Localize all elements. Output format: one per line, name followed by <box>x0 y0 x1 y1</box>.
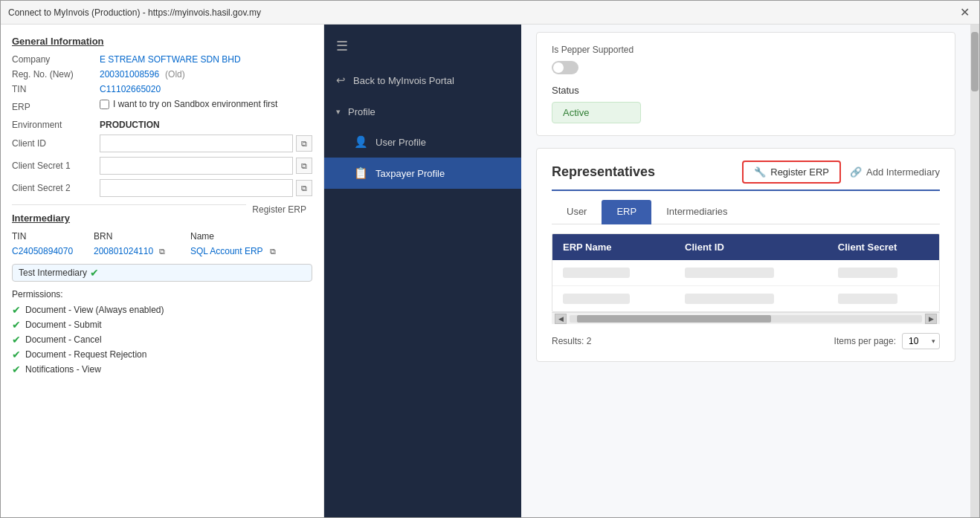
intermediary-headers: TIN BRN Name <box>12 231 312 242</box>
sandbox-label: I want to try on Sandbox environment fir… <box>113 99 277 109</box>
user-icon: 👤 <box>354 135 368 149</box>
register-erp-button[interactable]: Register ERP <box>246 201 312 218</box>
sidebar-profile-parent[interactable]: ▾ Profile <box>324 97 521 126</box>
table-header-row: ERP Name Client ID Client Secret <box>552 234 939 260</box>
reg-no-value[interactable]: 200301008596 <box>100 69 159 80</box>
reg-no-old: (Old) <box>165 69 185 80</box>
int-header-name: Name <box>190 231 312 242</box>
perm-label-5: Notifications - View <box>25 364 101 375</box>
add-intermediary-label: Add Intermediary <box>866 166 940 178</box>
vertical-scrollbar[interactable] <box>970 25 979 517</box>
add-intermediary-icon: 🔗 <box>850 166 862 178</box>
permission-item-1: ✔ Document - View (Always enabled) <box>12 304 312 316</box>
sidebar: ☰ ↩ Back to MyInvois Portal ▾ Profile 👤 … <box>324 25 521 517</box>
table-footer: Results: 2 Items per page: 5 10 25 50 10… <box>552 333 940 349</box>
sidebar-user-profile-label: User Profile <box>375 137 426 148</box>
erp-table: ERP Name Client ID Client Secret <box>552 234 939 311</box>
status-card: Is Pepper Supported Status Active <box>536 32 955 136</box>
sandbox-checkbox[interactable] <box>100 100 109 109</box>
table-row <box>552 286 939 312</box>
int-name-value[interactable]: SQL Account ERP <box>190 246 263 256</box>
rep-actions: 🔧 Register ERP 🔗 Add Intermediary <box>742 161 940 184</box>
sidebar-taxpayer-profile-label: Taxpayer Profile <box>375 168 445 179</box>
client-id-label: Client ID <box>12 138 94 149</box>
status-label: Status <box>552 85 940 96</box>
rep-header: Representatives 🔧 Register ERP 🔗 Add Int… <box>552 161 940 191</box>
client-secret1-label: Client Secret 1 <box>12 161 94 171</box>
sidebar-profile-label: Profile <box>348 106 375 117</box>
per-page-select-wrap: 5 10 25 50 100 ▾ <box>902 333 940 349</box>
horizontal-scrollbar[interactable]: ◀ ▶ <box>552 312 940 324</box>
td-client-secret-2 <box>828 286 939 312</box>
client-secret-blur-1 <box>838 268 897 278</box>
reg-no-row: Reg. No. (New) 200301008596 (Old) <box>12 69 312 80</box>
representatives-card: Representatives 🔧 Register ERP 🔗 Add Int… <box>536 148 955 362</box>
td-erp-name-1 <box>552 260 674 286</box>
env-label: Environment <box>12 120 94 130</box>
erp-name-blur-2 <box>563 294 630 304</box>
td-client-id-1 <box>674 260 828 286</box>
per-page-select[interactable]: 5 10 25 50 100 <box>902 333 940 349</box>
hamburger-icon[interactable]: ☰ <box>324 25 521 63</box>
int-brn-copy-button[interactable]: ⧉ <box>155 245 169 258</box>
register-erp-action-button[interactable]: 🔧 Register ERP <box>742 161 841 184</box>
tin-row: TIN C11102665020 <box>12 84 312 94</box>
divider <box>12 204 246 205</box>
scroll-left-button[interactable]: ◀ <box>555 314 567 324</box>
sandbox-checkbox-row: I want to try on Sandbox environment fir… <box>100 99 277 109</box>
client-secret2-field[interactable] <box>100 179 293 197</box>
permission-item-2: ✔ Document - Submit <box>12 319 312 331</box>
tin-value[interactable]: C11102665020 <box>100 84 161 94</box>
permissions-label: Permissions: <box>12 289 312 300</box>
close-button[interactable]: ✕ <box>957 5 972 20</box>
td-erp-name-2 <box>552 286 674 312</box>
env-value: PRODUCTION <box>100 120 160 130</box>
table-row <box>552 260 939 286</box>
tab-erp[interactable]: ERP <box>602 200 651 224</box>
permission-item-3: ✔ Document - Cancel <box>12 334 312 346</box>
int-brn-wrap: 200801024110 ⧉ <box>94 245 190 258</box>
reg-no-label: Reg. No. (New) <box>12 69 94 80</box>
right-panel: Is Pepper Supported Status Active Repres… <box>521 25 970 517</box>
env-row: Environment PRODUCTION <box>12 120 312 130</box>
th-client-id: Client ID <box>674 234 828 260</box>
company-value[interactable]: E STREAM SOFTWARE SDN BHD <box>100 54 241 65</box>
items-per-page-label: Items per page: <box>834 336 896 346</box>
erp-name-blur-1 <box>563 268 630 278</box>
erp-row: ERP I want to try on Sandbox environment… <box>12 99 312 115</box>
perm-check-icon-2: ✔ <box>12 319 21 331</box>
scroll-right-button[interactable]: ▶ <box>925 314 937 324</box>
sidebar-item-user-profile[interactable]: 👤 User Profile <box>324 126 521 158</box>
back-arrow-icon: ↩ <box>336 74 346 87</box>
document-icon: 📋 <box>354 166 368 180</box>
perm-check-icon-5: ✔ <box>12 363 21 375</box>
client-id-blur-2 <box>685 294 774 304</box>
client-secret1-row: Client Secret 1 ⧉ <box>12 157 312 175</box>
perm-check-icon-3: ✔ <box>12 334 21 346</box>
tab-intermediaries[interactable]: Intermediaries <box>651 200 742 224</box>
client-secret1-input-wrap: ⧉ <box>100 157 312 175</box>
permission-item-4: ✔ Document - Request Rejection <box>12 349 312 360</box>
int-name-copy-button[interactable]: ⧉ <box>266 245 280 258</box>
int-tin-value[interactable]: C24050894070 <box>12 246 94 256</box>
int-name-wrap: SQL Account ERP ⧉ <box>190 245 312 258</box>
sidebar-item-back[interactable]: ↩ Back to MyInvois Portal <box>324 63 521 97</box>
client-secret1-field[interactable] <box>100 157 293 175</box>
toggle-knob <box>553 62 564 73</box>
is-pepper-label: Is Pepper Supported <box>552 45 940 55</box>
pepper-toggle[interactable] <box>552 61 578 74</box>
int-brn-value[interactable]: 200801024110 <box>94 246 153 256</box>
client-id-copy-button[interactable]: ⧉ <box>296 135 312 152</box>
perm-check-icon-4: ✔ <box>12 349 21 360</box>
client-id-input-wrap: ⧉ <box>100 135 312 152</box>
register-erp-action-label: Register ERP <box>770 166 829 178</box>
sidebar-item-taxpayer-profile[interactable]: 📋 Taxpayer Profile <box>324 158 521 189</box>
permission-item-5: ✔ Notifications - View <box>12 363 312 375</box>
client-id-row: Client ID ⧉ <box>12 135 312 152</box>
tab-user[interactable]: User <box>552 200 602 224</box>
client-secret2-copy-button[interactable]: ⧉ <box>296 180 312 196</box>
client-id-field[interactable] <box>100 135 293 152</box>
client-secret1-copy-button[interactable]: ⧉ <box>296 158 312 174</box>
add-intermediary-button[interactable]: 🔗 Add Intermediary <box>850 166 940 178</box>
window-title: Connect to MyInvois (Production) - https… <box>8 7 261 18</box>
